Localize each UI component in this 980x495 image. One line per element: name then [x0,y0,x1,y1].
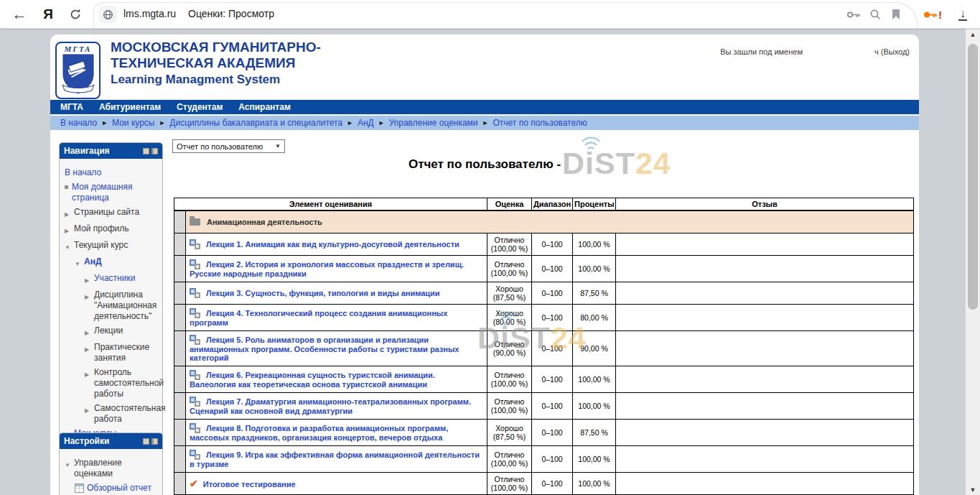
breadcrumb-link-3[interactable]: АнД [358,118,374,128]
item-name-cell: Лекция 9. Игра как эффективная форма ани… [186,445,487,472]
feedback-cell [616,472,914,494]
expanded-triangle-icon[interactable]: ▼ [75,256,84,269]
lesson-module-icon [190,259,200,269]
back-button[interactable]: ← [9,0,30,29]
navbar-item-2[interactable]: Студентам [177,102,223,112]
breadcrumb-separator-icon: ► [482,119,489,126]
address-bar-url[interactable]: lms.mgta.ru [123,8,176,19]
expanded-triangle-icon[interactable]: ▼ [65,458,74,471]
password-alert-button[interactable]: ! [920,0,945,29]
report-type-select[interactable]: Отчет по пользователю ▼ [172,139,285,153]
sidebar-item[interactable]: ▼Управление оценками [62,458,160,479]
category-name-cell: Анимационная деятельность [186,211,914,233]
sidebar-item[interactable]: ▶Участники [62,273,160,286]
sidebar-item[interactable]: ▶Дисциплина "Анимационная деятельность" [62,290,160,322]
sidebar-item[interactable]: ▶Страницы сайта [62,207,160,220]
grade-cell: Отлично(100,00 %) [487,445,532,472]
breadcrumb-link-5[interactable]: Отчет по пользователю [493,118,587,128]
scrollbar[interactable]: ▲ ▼ [966,29,980,495]
grade-item-link[interactable]: Лекция 7. Драматургия анимационно-театра… [190,397,471,415]
sidebar-item[interactable]: ▶Самостоятельная работа [62,403,160,425]
grade-cell: Хорошо(87,50 %) [487,282,532,304]
breadcrumb-separator-icon: ► [101,119,108,126]
download-button[interactable]: ↓ [952,0,974,29]
percent-cell: 100,00 % [573,472,616,494]
sidebar-item[interactable]: ▶Лекции [62,325,160,338]
bookmark-button[interactable] [887,0,905,29]
refresh-button[interactable] [65,0,86,29]
breadcrumb-link-1[interactable]: Мои курсы [112,118,154,128]
scrollbar-thumb[interactable] [968,44,978,310]
grade-item-row: Лекция 4. Технологический процесс создан… [174,304,914,330]
grade-item-link[interactable]: Лекция 1. Анимация как вид культурно-дос… [206,240,459,249]
alert-exclamation: ! [938,9,942,21]
grade-item-link[interactable]: Итоговое тестирование [203,480,296,489]
grade-item-link[interactable]: Лекция 5. Роль аниматоров в организации … [190,336,459,362]
navbar-item-0[interactable]: МГТА [60,102,83,112]
breadcrumb-link-2[interactable]: Дисциплины бакалавриата и специалитета [169,118,342,128]
sidebar-item[interactable]: ▶Практические занятия [62,342,160,364]
indent-cell [174,211,186,233]
item-name-cell: Лекция 6. Рекреационная сущность туристс… [186,366,487,392]
breadcrumb-link-0[interactable]: В начало [60,118,97,128]
range-cell: 0–100 [532,233,573,255]
lesson-module-icon [190,423,200,433]
percent-cell: 80,00 % [573,304,616,330]
sidebar-item-label[interactable]: Участники [94,273,160,284]
grade-cell: Отлично(100,00 %) [487,255,532,282]
indent-cell [174,445,186,472]
collapsed-triangle-icon[interactable]: ▶ [65,223,74,236]
col-header-grade: Оценка [487,198,532,211]
collapsed-triangle-icon[interactable]: ▶ [85,403,94,416]
grade-cell: Отлично(100,00 %) [487,366,532,392]
grade-item-link[interactable]: Лекция 6. Рекреационная сущность туристс… [190,371,435,389]
hide-block-icon[interactable] [143,438,149,445]
sidebar-item-label[interactable]: Моя домашняя страница [72,182,160,203]
navbar-item-1[interactable]: Абитуриентам [99,102,161,112]
collapsed-triangle-icon[interactable]: ▶ [65,207,74,220]
indent-cell [174,233,186,255]
logout-link[interactable]: ч (Выход) [874,47,910,56]
collapsed-triangle-icon[interactable]: ▶ [85,342,94,355]
bookmark-icon [892,9,900,20]
report-select-value: Отчет по пользователю [177,142,263,151]
sidebar-item[interactable]: ▶Мой профиль [62,223,160,236]
item-name-cell: Лекция 7. Драматургия анимационно-театра… [186,392,487,419]
site-security-chip[interactable] [99,6,117,23]
grade-item-link[interactable]: Лекция 4. Технологический процесс создан… [190,309,447,327]
grade-item-link[interactable]: Лекция 2. История и хронология массовых … [190,260,464,278]
sidebar-item[interactable]: ▼Текущий курс [62,240,160,253]
sidebar-item-label: Лекции [94,325,160,336]
hide-block-icon[interactable] [143,148,149,154]
collapsed-triangle-icon[interactable]: ▶ [85,273,94,286]
sidebar-item-label[interactable]: АнД [84,256,160,267]
grade-cell: Отлично(100,00 %) [487,392,532,419]
dock-block-icon[interactable] [151,148,158,154]
grade-item-link[interactable]: Лекция 8. Подготовка и разработка анимац… [190,424,448,442]
dock-block-icon[interactable] [151,438,158,445]
sidebar-item[interactable]: ▶Контроль самостоятельной работы [62,367,160,399]
mgta-logo[interactable]: МГТА [55,42,101,99]
scroll-down-arrow[interactable]: ▼ [966,486,980,494]
collapsed-triangle-icon[interactable]: ▶ [85,367,94,380]
sidebar-item[interactable]: Моя домашняя страница [62,182,160,203]
page-zoom-button[interactable] [865,0,885,29]
grade-item-link[interactable]: Лекция 9. Игра как эффективная форма ани… [190,450,480,468]
sidebar-item-label[interactable]: Обзорный отчет [87,483,160,494]
grade-item-link[interactable]: Лекция 3. Сущность, функция, типология и… [206,289,440,297]
sidebar-item[interactable]: Обзорный отчет [62,483,160,494]
password-manager-button[interactable] [844,0,864,29]
globe-icon [103,9,113,20]
col-header-feedback: Отзыв [616,198,914,211]
sidebar-item[interactable]: ▼АнД [62,256,160,269]
address-bar-page-title: Оценки: Просмотр [188,8,274,19]
scroll-up-arrow[interactable]: ▲ [966,31,980,38]
navbar-item-3[interactable]: Аспирантам [238,102,291,112]
range-cell: 0–100 [532,392,573,419]
breadcrumb-link-4[interactable]: Управление оценками [389,118,478,128]
yandex-logo-button[interactable]: Я [37,0,59,29]
expanded-triangle-icon[interactable]: ▼ [65,240,74,253]
collapsed-triangle-icon[interactable]: ▶ [85,325,94,338]
collapsed-triangle-icon[interactable]: ▶ [85,290,94,302]
grade-cell: Отлично(100,00 %) [487,472,532,494]
